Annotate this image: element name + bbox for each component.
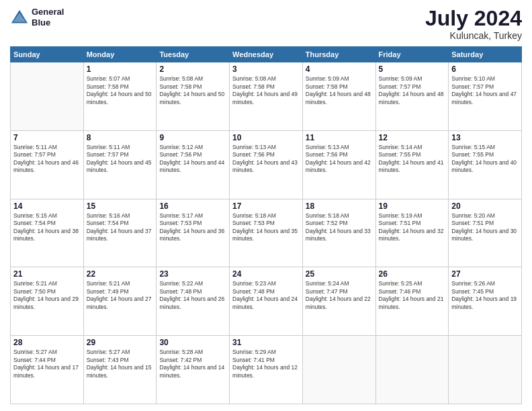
cell-info: Sunrise: 5:22 AMSunset: 7:48 PMDaylight:… <box>159 280 226 311</box>
logo-icon <box>10 8 29 27</box>
cell-info: Sunrise: 5:20 AMSunset: 7:51 PMDaylight:… <box>451 212 519 243</box>
calendar-cell: 23Sunrise: 5:22 AMSunset: 7:48 PMDayligh… <box>157 267 230 336</box>
header: General Blue July 2024 Kuluncak, Turkey <box>10 7 522 41</box>
calendar-cell: 20Sunrise: 5:20 AMSunset: 7:51 PMDayligh… <box>449 199 522 267</box>
cell-day-number: 22 <box>87 269 154 279</box>
calendar-cell: 5Sunrise: 5:09 AMSunset: 7:57 PMDaylight… <box>375 62 449 131</box>
calendar-cell <box>449 336 522 404</box>
cell-day-number: 1 <box>87 64 154 74</box>
cell-info: Sunrise: 5:12 AMSunset: 7:56 PMDaylight:… <box>159 144 226 175</box>
cell-day-number: 15 <box>87 201 154 211</box>
cell-day-number: 2 <box>159 64 226 74</box>
calendar-cell: 7Sunrise: 5:11 AMSunset: 7:57 PMDaylight… <box>11 130 84 199</box>
calendar-table: SundayMondayTuesdayWednesdayThursdayFrid… <box>10 46 522 404</box>
cell-day-number: 27 <box>451 269 519 279</box>
cell-day-number: 8 <box>87 133 154 142</box>
cell-info: Sunrise: 5:08 AMSunset: 7:58 PMDaylight:… <box>159 75 226 106</box>
cell-day-number: 6 <box>451 64 519 74</box>
calendar-cell: 14Sunrise: 5:15 AMSunset: 7:54 PMDayligh… <box>11 199 84 267</box>
cell-info: Sunrise: 5:07 AMSunset: 7:58 PMDaylight:… <box>87 75 154 106</box>
calendar-cell: 16Sunrise: 5:17 AMSunset: 7:53 PMDayligh… <box>157 199 230 267</box>
calendar-cell: 31Sunrise: 5:29 AMSunset: 7:41 PMDayligh… <box>230 336 303 404</box>
calendar-cell <box>11 62 84 131</box>
day-header-sunday: Sunday <box>11 47 84 62</box>
cell-info: Sunrise: 5:27 AMSunset: 7:43 PMDaylight:… <box>87 349 154 379</box>
calendar-cell: 9Sunrise: 5:12 AMSunset: 7:56 PMDaylight… <box>157 130 230 199</box>
cell-day-number: 19 <box>379 201 446 211</box>
cell-info: Sunrise: 5:27 AMSunset: 7:44 PMDaylight:… <box>13 349 81 379</box>
day-header-wednesday: Wednesday <box>230 47 303 62</box>
cell-info: Sunrise: 5:16 AMSunset: 7:54 PMDaylight:… <box>87 212 154 243</box>
calendar-cell: 1Sunrise: 5:07 AMSunset: 7:58 PMDaylight… <box>83 62 157 131</box>
cell-info: Sunrise: 5:21 AMSunset: 7:49 PMDaylight:… <box>87 280 154 311</box>
day-header-monday: Monday <box>83 47 157 62</box>
calendar-cell <box>375 336 449 404</box>
cell-day-number: 5 <box>379 64 446 74</box>
cell-day-number: 4 <box>306 64 373 74</box>
cell-info: Sunrise: 5:18 AMSunset: 7:53 PMDaylight:… <box>232 212 300 243</box>
cell-day-number: 26 <box>379 269 446 279</box>
cell-day-number: 24 <box>232 269 300 279</box>
cell-info: Sunrise: 5:11 AMSunset: 7:57 PMDaylight:… <box>87 144 154 175</box>
page: General Blue July 2024 Kuluncak, Turkey … <box>0 0 532 411</box>
calendar-cell: 22Sunrise: 5:21 AMSunset: 7:49 PMDayligh… <box>83 267 157 336</box>
calendar-cell: 3Sunrise: 5:08 AMSunset: 7:58 PMDaylight… <box>230 62 303 131</box>
calendar-cell: 17Sunrise: 5:18 AMSunset: 7:53 PMDayligh… <box>230 199 303 267</box>
calendar-cell <box>302 336 375 404</box>
cell-day-number: 20 <box>451 201 519 211</box>
calendar-cell: 10Sunrise: 5:13 AMSunset: 7:56 PMDayligh… <box>230 130 303 199</box>
calendar-cell: 4Sunrise: 5:09 AMSunset: 7:58 PMDaylight… <box>302 62 375 131</box>
calendar-cell: 13Sunrise: 5:15 AMSunset: 7:55 PMDayligh… <box>449 130 522 199</box>
cell-day-number: 13 <box>451 133 519 142</box>
calendar-cell: 12Sunrise: 5:14 AMSunset: 7:55 PMDayligh… <box>375 130 449 199</box>
logo: General Blue <box>10 7 64 28</box>
calendar-cell: 24Sunrise: 5:23 AMSunset: 7:48 PMDayligh… <box>230 267 303 336</box>
cell-info: Sunrise: 5:09 AMSunset: 7:57 PMDaylight:… <box>379 75 446 106</box>
calendar-cell: 28Sunrise: 5:27 AMSunset: 7:44 PMDayligh… <box>11 336 84 404</box>
cell-info: Sunrise: 5:08 AMSunset: 7:58 PMDaylight:… <box>232 75 300 106</box>
cell-day-number: 21 <box>13 269 81 279</box>
calendar-cell: 11Sunrise: 5:13 AMSunset: 7:56 PMDayligh… <box>302 130 375 199</box>
cell-info: Sunrise: 5:10 AMSunset: 7:57 PMDaylight:… <box>451 75 519 106</box>
calendar-cell: 30Sunrise: 5:28 AMSunset: 7:42 PMDayligh… <box>157 336 230 404</box>
calendar-cell: 21Sunrise: 5:21 AMSunset: 7:50 PMDayligh… <box>11 267 84 336</box>
calendar-cell: 2Sunrise: 5:08 AMSunset: 7:58 PMDaylight… <box>157 62 230 131</box>
cell-day-number: 23 <box>159 269 226 279</box>
cell-info: Sunrise: 5:19 AMSunset: 7:51 PMDaylight:… <box>379 212 446 243</box>
cell-day-number: 30 <box>159 338 226 347</box>
cell-info: Sunrise: 5:26 AMSunset: 7:45 PMDaylight:… <box>451 280 519 311</box>
cell-day-number: 11 <box>306 133 373 142</box>
day-header-tuesday: Tuesday <box>157 47 230 62</box>
cell-info: Sunrise: 5:28 AMSunset: 7:42 PMDaylight:… <box>159 349 226 379</box>
cell-day-number: 25 <box>306 269 373 279</box>
cell-info: Sunrise: 5:09 AMSunset: 7:58 PMDaylight:… <box>306 75 373 106</box>
cell-info: Sunrise: 5:23 AMSunset: 7:48 PMDaylight:… <box>232 280 300 311</box>
calendar-cell: 19Sunrise: 5:19 AMSunset: 7:51 PMDayligh… <box>375 199 449 267</box>
cell-day-number: 29 <box>87 338 154 347</box>
week-row-3: 14Sunrise: 5:15 AMSunset: 7:54 PMDayligh… <box>11 199 522 267</box>
cell-info: Sunrise: 5:25 AMSunset: 7:46 PMDaylight:… <box>379 280 446 311</box>
cell-info: Sunrise: 5:15 AMSunset: 7:55 PMDaylight:… <box>451 144 519 175</box>
day-header-friday: Friday <box>375 47 449 62</box>
day-header-saturday: Saturday <box>449 47 522 62</box>
cell-info: Sunrise: 5:14 AMSunset: 7:55 PMDaylight:… <box>379 144 446 175</box>
cell-day-number: 10 <box>232 133 300 142</box>
header-row: SundayMondayTuesdayWednesdayThursdayFrid… <box>11 47 522 62</box>
cell-day-number: 18 <box>306 201 373 211</box>
week-row-1: 1Sunrise: 5:07 AMSunset: 7:58 PMDaylight… <box>11 62 522 131</box>
cell-info: Sunrise: 5:21 AMSunset: 7:50 PMDaylight:… <box>13 280 81 311</box>
subtitle: Kuluncak, Turkey <box>425 30 522 41</box>
cell-day-number: 28 <box>13 338 81 347</box>
week-row-2: 7Sunrise: 5:11 AMSunset: 7:57 PMDaylight… <box>11 130 522 199</box>
week-row-4: 21Sunrise: 5:21 AMSunset: 7:50 PMDayligh… <box>11 267 522 336</box>
cell-day-number: 16 <box>159 201 226 211</box>
week-row-5: 28Sunrise: 5:27 AMSunset: 7:44 PMDayligh… <box>11 336 522 404</box>
calendar-cell: 6Sunrise: 5:10 AMSunset: 7:57 PMDaylight… <box>449 62 522 131</box>
logo-text: General Blue <box>32 7 64 28</box>
cell-info: Sunrise: 5:17 AMSunset: 7:53 PMDaylight:… <box>159 212 226 243</box>
cell-day-number: 3 <box>232 64 300 74</box>
month-title: July 2024 <box>425 7 522 30</box>
cell-info: Sunrise: 5:13 AMSunset: 7:56 PMDaylight:… <box>306 144 373 175</box>
cell-info: Sunrise: 5:11 AMSunset: 7:57 PMDaylight:… <box>13 144 81 175</box>
calendar-cell: 27Sunrise: 5:26 AMSunset: 7:45 PMDayligh… <box>449 267 522 336</box>
